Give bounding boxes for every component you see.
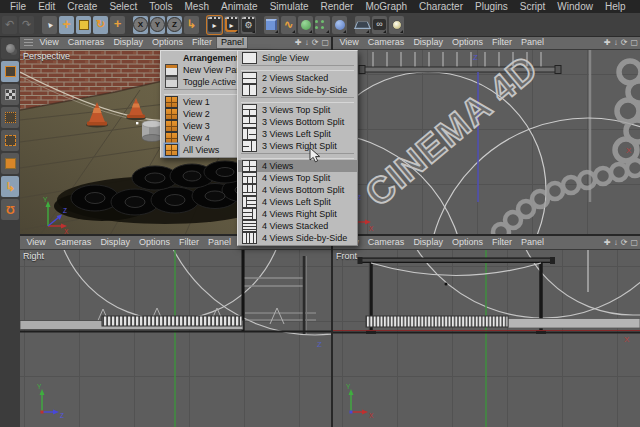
submenu-item-4-views-bottom-split[interactable]: 4 Views Bottom Split: [238, 184, 357, 196]
add-cube-icon[interactable]: [264, 16, 279, 34]
submenu-item-4-views-right-split[interactable]: 4 Views Right Split: [238, 208, 357, 220]
convert-object-icon[interactable]: [1, 38, 19, 59]
model-mode-icon[interactable]: [1, 61, 19, 82]
viewport-menu-panel[interactable]: Panel: [203, 236, 235, 249]
svg-text:X: X: [64, 228, 69, 234]
undo-icon[interactable]: [2, 16, 17, 34]
viewport-menu-filter[interactable]: Filter: [487, 36, 516, 49]
snap-icon[interactable]: [1, 199, 19, 220]
viewport-menu-filter[interactable]: Filter: [487, 236, 516, 249]
viewport-menu-options[interactable]: Options: [147, 36, 187, 49]
toggle-view-icon[interactable]: ▢: [630, 236, 638, 249]
viewport-menu-display[interactable]: Display: [409, 236, 448, 249]
viewport-menu-view[interactable]: View: [35, 36, 63, 49]
rotate-camera-icon[interactable]: ⟳: [621, 36, 628, 49]
menubar-item-script[interactable]: Script: [514, 0, 552, 13]
move-tool-icon[interactable]: [59, 16, 74, 34]
light-object-icon[interactable]: [389, 16, 404, 34]
submenu-item-3-views-bottom-split[interactable]: 3 Views Bottom Split: [238, 116, 357, 128]
render-view-icon[interactable]: [207, 16, 222, 34]
render-settings-icon[interactable]: [241, 16, 256, 34]
menubar-item-help[interactable]: Help: [599, 0, 632, 13]
viewport-menu-options[interactable]: Options: [447, 236, 487, 249]
submenu-item-4-views-top-split[interactable]: 4 Views Top Split: [238, 172, 357, 184]
menubar-item-render[interactable]: Render: [315, 0, 360, 13]
submenu-item-2-views-side-by-side[interactable]: 2 Views Side-by-Side: [238, 84, 357, 96]
draw-spline-icon[interactable]: [281, 16, 296, 34]
deformer-icon[interactable]: [332, 16, 347, 34]
rotate-camera-icon[interactable]: ⟳: [312, 36, 319, 49]
submenu-item-3-views-top-split[interactable]: 3 Views Top Split: [238, 104, 357, 116]
lock-z-axis-button[interactable]: Z: [167, 16, 182, 34]
texture-mode-icon[interactable]: [1, 84, 19, 105]
viewport-menu-filter[interactable]: Filter: [174, 236, 203, 249]
viewport-menu-view[interactable]: View: [22, 236, 50, 249]
submenu-item-4-views-left-split[interactable]: 4 Views Left Split: [238, 196, 357, 208]
menubar-item-animate[interactable]: Animate: [215, 0, 264, 13]
viewport-menu-cameras[interactable]: Cameras: [363, 236, 409, 249]
floor-object-icon[interactable]: [355, 16, 370, 34]
viewport-menu-options[interactable]: Options: [134, 236, 174, 249]
enable-axis-icon[interactable]: [1, 176, 19, 197]
array-object-icon[interactable]: [315, 16, 330, 34]
rotate-camera-icon[interactable]: ⟳: [621, 236, 628, 249]
menubar-item-window[interactable]: Window: [551, 0, 599, 13]
front-scene[interactable]: Front: [333, 250, 640, 427]
viewport-menu-filter[interactable]: Filter: [187, 36, 216, 49]
viewport-menu-panel[interactable]: Panel: [516, 36, 548, 49]
menubar-item-file[interactable]: File: [4, 0, 32, 13]
zoom-camera-icon[interactable]: ↓: [614, 236, 618, 249]
top-scene[interactable]: Top CINEMA 4D: [333, 50, 640, 234]
live-selection-icon[interactable]: [42, 16, 57, 34]
redo-icon[interactable]: [19, 16, 34, 34]
menubar-item-simulate[interactable]: Simulate: [264, 0, 315, 13]
viewport-menu-options[interactable]: Options: [447, 36, 487, 49]
scale-tool-icon[interactable]: [76, 16, 91, 34]
menubar-item-character[interactable]: Character: [413, 0, 469, 13]
render-picture-viewer-icon[interactable]: [224, 16, 239, 34]
lock-y-axis-button[interactable]: Y: [150, 16, 165, 34]
viewport-menu-display[interactable]: Display: [409, 36, 448, 49]
submenu-item-4-views-stacked[interactable]: 4 Views Stacked: [238, 220, 357, 232]
submenu-item-4-views[interactable]: 4 Views: [238, 160, 357, 172]
viewport-menu-display[interactable]: Display: [109, 36, 148, 49]
menubar-item-mesh[interactable]: Mesh: [179, 0, 215, 13]
menubar-item-plugins[interactable]: Plugins: [469, 0, 514, 13]
viewport-menu-display[interactable]: Display: [96, 236, 135, 249]
menubar-item-mograph[interactable]: MoGraph: [359, 0, 413, 13]
pan-camera-icon[interactable]: ✚: [604, 236, 611, 249]
viewport-menu-panel[interactable]: Panel: [516, 236, 548, 249]
toggle-view-icon[interactable]: ▢: [321, 36, 329, 49]
submenu-item-single-view[interactable]: Single View: [238, 52, 357, 64]
pan-camera-icon[interactable]: ✚: [604, 36, 611, 49]
menubar-item-select[interactable]: Select: [103, 0, 143, 13]
menubar-item-create[interactable]: Create: [61, 0, 103, 13]
viewport-menu-panel[interactable]: Panel: [216, 36, 248, 49]
coordinate-system-icon[interactable]: [184, 16, 199, 34]
submenu-item-3-views-right-split[interactable]: 3 Views Right Split: [238, 140, 357, 152]
edges-mode-icon[interactable]: [1, 130, 19, 151]
zoom-camera-icon[interactable]: ↓: [614, 36, 618, 49]
last-used-tool-icon[interactable]: [110, 16, 125, 34]
lock-x-axis-button[interactable]: X: [133, 16, 148, 34]
submenu-item-2-views-stacked[interactable]: 2 Views Stacked: [238, 72, 357, 84]
menubar-item-tools[interactable]: Tools: [143, 0, 178, 13]
polygons-mode-icon[interactable]: [1, 153, 19, 174]
viewport-menu-view[interactable]: View: [335, 36, 363, 49]
viewport-menu-cameras[interactable]: Cameras: [363, 36, 409, 49]
submenu-item-3-views-left-split[interactable]: 3 Views Left Split: [238, 128, 357, 140]
rotate-tool-icon[interactable]: [93, 16, 108, 34]
viewport-menu-cameras[interactable]: Cameras: [63, 36, 109, 49]
menubar-item-edit[interactable]: Edit: [32, 0, 61, 13]
toggle-view-icon[interactable]: ▢: [630, 36, 638, 49]
viewport-grid-icon[interactable]: [24, 39, 33, 46]
zoom-camera-icon[interactable]: ↓: [305, 36, 309, 49]
viewport-menu-cameras[interactable]: Cameras: [50, 236, 96, 249]
subdivision-surface-icon[interactable]: [298, 16, 313, 34]
camera-object-icon[interactable]: [372, 16, 387, 34]
pan-camera-icon[interactable]: ✚: [295, 36, 302, 49]
right-scene[interactable]: Right: [20, 250, 331, 427]
submenu-item-4-views-side-by-side[interactable]: 4 Views Side-by-Side: [238, 232, 357, 244]
menu-item-icon: [165, 64, 178, 76]
points-mode-icon[interactable]: [1, 107, 19, 128]
